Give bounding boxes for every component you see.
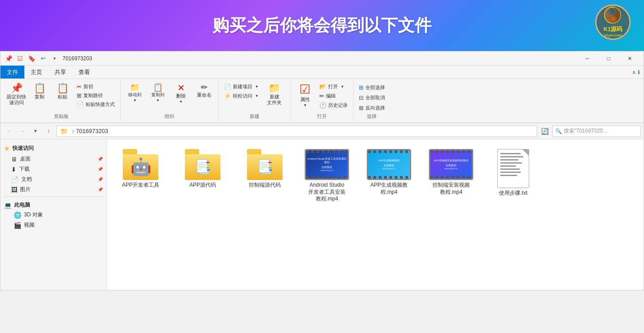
- file-label: APP源代码: [189, 182, 216, 189]
- bookmark-icon: 🔖: [27, 54, 36, 63]
- folder-inner-icon: 📑: [195, 159, 211, 174]
- list-item[interactable]: APP生成视频教程 在线教程 www.ptest.cn APP生成视频教 程.m…: [362, 146, 416, 205]
- undo-icon[interactable]: ↩: [39, 54, 47, 63]
- banner: 购买之后你将会得到以下文件 K1源码 k1ym.com: [0, 0, 644, 51]
- list-item[interactable]: APP控制端安装视频调试教程 在线教程 www.ptest.cn 控制端安装视频…: [424, 146, 478, 205]
- ribbon-info-icon[interactable]: ℹ: [638, 69, 640, 75]
- delete-button[interactable]: ✕ 删除 ▼: [170, 82, 192, 108]
- quick-access-icon[interactable]: 📌: [4, 54, 13, 63]
- move-to-button[interactable]: 📁 移动到 ▼: [124, 82, 145, 108]
- titlebar-controls: ─ □ ✕: [577, 51, 640, 66]
- star-icon: ★: [4, 145, 10, 152]
- address-folder-name: 7016973203: [76, 128, 108, 134]
- folder-inner-icon: 🤖: [130, 157, 151, 176]
- pictures-pin-icon: 📌: [98, 187, 103, 192]
- ribbon: 📌 固定到快速访问 📋 复制 📋 粘贴: [0, 79, 644, 123]
- deselect-all-button[interactable]: ⊟ 全部取消: [357, 94, 387, 102]
- video-content: APP控制端安装视频调试教程 在线教程 www.ptest.cn: [430, 150, 472, 179]
- quick-access-header[interactable]: ★ 快速访问: [0, 143, 106, 154]
- sidebar-item-pictures[interactable]: 🖼 图片 📌: [0, 184, 106, 195]
- 3d-label: 3D 对象: [24, 211, 43, 219]
- banner-title: 购买之后你将会得到以下文件: [212, 14, 432, 37]
- copy-button[interactable]: 📋 复制: [29, 82, 50, 108]
- sidebar-item-downloads[interactable]: ⬇ 下载 📌: [0, 164, 106, 174]
- 3d-icon: 🌐: [14, 212, 21, 219]
- ribbon-clipboard-section: 📌 固定到快速访问 📋 复制 📋 粘贴: [2, 81, 121, 121]
- select-all-button[interactable]: ⊞ 全部选择: [357, 83, 387, 92]
- titlebar-icons: 📌 ☑ 🔖 ↩ ▼: [4, 54, 59, 63]
- checkbox-icon: ☑: [16, 54, 24, 63]
- back-button[interactable]: ←: [3, 125, 15, 137]
- list-item[interactable]: 📑 控制端源代码: [238, 146, 291, 205]
- ribbon-collapse-icon[interactable]: ∧: [632, 69, 636, 75]
- documents-label: 文档: [21, 176, 32, 183]
- ribbon-select-section: ⊞ 全部选择 ⊟ 全部取消 ⊠ 反向选择 选择: [353, 81, 390, 121]
- pictures-icon: 🖼: [11, 186, 17, 193]
- videos-icon: 🎬: [14, 222, 21, 229]
- new-folder-button[interactable]: 📁 新建文件夹: [262, 82, 287, 108]
- file-label: APP生成视频教 程.mp4: [370, 182, 408, 196]
- close-button[interactable]: ✕: [620, 51, 640, 66]
- address-separator: ›: [72, 128, 74, 134]
- cut-button[interactable]: ✂ 剪切: [75, 82, 117, 91]
- menu-share[interactable]: 共享: [48, 66, 72, 78]
- pc-label: 此电脑: [14, 201, 30, 209]
- downloads-label: 下载: [19, 165, 30, 173]
- list-item[interactable]: 📑 APP源代码: [176, 146, 229, 205]
- downloads-pin-icon: 📌: [98, 167, 103, 172]
- search-icon: 🔍: [555, 128, 562, 134]
- copy-path-button[interactable]: ⊞ 复制路径: [75, 91, 117, 100]
- forward-button[interactable]: →: [16, 125, 28, 137]
- sidebar: ★ 快速访问 🖥 桌面 📌 ⬇ 下载 📌 📄 文档 📌 🖼 图片 �: [0, 139, 107, 290]
- dropdown-button[interactable]: ▼: [30, 125, 41, 137]
- list-item[interactable]: Android Studio安装工具安装调试教程 在线教程 www.ptest.…: [300, 146, 353, 205]
- organize-label: 组织: [165, 113, 174, 121]
- file-label: Android Studio 开发者工具安装 教程.mp4: [308, 182, 346, 203]
- properties-button[interactable]: ☑ 属性 ▼: [295, 82, 316, 110]
- videos-label: 视频: [24, 221, 35, 229]
- maximize-button[interactable]: □: [598, 51, 619, 66]
- documents-pin-icon: 📌: [98, 177, 103, 182]
- list-item[interactable]: 🤖 APP开发者工具: [114, 146, 167, 205]
- addressbar: ← → ▼ ↑ 📁 › 7016973203 🔄 🔍 搜索"701697320.…: [0, 123, 644, 139]
- minimize-button[interactable]: ─: [577, 51, 597, 66]
- edit-button[interactable]: ✏ 编辑: [318, 92, 349, 100]
- ribbon-organize-section: 📁 移动到 ▼ 📋 复制到 ▼ ✕ 删除 ▼ ✏: [121, 81, 219, 121]
- file-label: 控制端安装视频 教程.mp4: [432, 182, 470, 196]
- menu-home[interactable]: 主页: [24, 66, 48, 78]
- easy-access-button[interactable]: ⚡ 轻松访问 ▼: [222, 92, 260, 100]
- copy-to-button[interactable]: 📋 复制到 ▼: [147, 82, 169, 108]
- desktop-pin-icon: 📌: [98, 157, 103, 161]
- select-label: 选择: [367, 113, 377, 121]
- undo-dropdown[interactable]: ▼: [50, 54, 59, 63]
- search-box[interactable]: 🔍 搜索"701697320...: [552, 125, 641, 137]
- paste-shortcut-button[interactable]: 📄 粘贴快捷方式: [75, 100, 117, 109]
- rename-button[interactable]: ✏ 重命名: [193, 82, 215, 108]
- new-item-button[interactable]: 📄 新建项目 ▼: [222, 82, 260, 91]
- sidebar-item-documents[interactable]: 📄 文档 📌: [0, 174, 106, 184]
- menu-file[interactable]: 文件: [0, 66, 24, 78]
- refresh-button[interactable]: 🔄: [539, 125, 550, 137]
- this-pc-header[interactable]: 💻 此电脑: [0, 199, 106, 210]
- pc-icon: 💻: [4, 202, 12, 209]
- paste-button[interactable]: 📋 粘贴: [52, 82, 73, 108]
- invert-selection-button[interactable]: ⊠ 反向选择: [357, 104, 387, 112]
- video-thumbnail: APP控制端安装视频调试教程 在线教程 www.ptest.cn: [429, 149, 473, 180]
- svg-point-1: [611, 9, 614, 13]
- list-item[interactable]: 使用步骤.txt: [487, 146, 540, 205]
- logo-text: K1源码 k1ym.com: [604, 26, 623, 38]
- file-label: 使用步骤.txt: [499, 190, 527, 197]
- sidebar-item-3d-objects[interactable]: 🌐 3D 对象: [0, 210, 106, 220]
- downloads-icon: ⬇: [11, 166, 16, 173]
- txt-icon: [497, 149, 529, 188]
- open-label: 打开: [317, 113, 327, 121]
- address-path[interactable]: 📁 › 7016973203: [56, 125, 537, 137]
- sidebar-item-desktop[interactable]: 🖥 桌面 📌: [0, 154, 106, 164]
- open-button[interactable]: 📂 打开 ▼: [318, 82, 349, 91]
- pin-to-quick-access-button[interactable]: 📌 固定到快速访问: [6, 82, 27, 108]
- video-thumbnail: APP生成视频教程 在线教程 www.ptest.cn: [367, 149, 411, 180]
- sidebar-item-videos[interactable]: 🎬 视频: [0, 220, 106, 230]
- menu-view[interactable]: 查看: [72, 66, 96, 78]
- history-button[interactable]: 🕐 历史记录: [318, 101, 349, 110]
- up-button[interactable]: ↑: [43, 125, 55, 137]
